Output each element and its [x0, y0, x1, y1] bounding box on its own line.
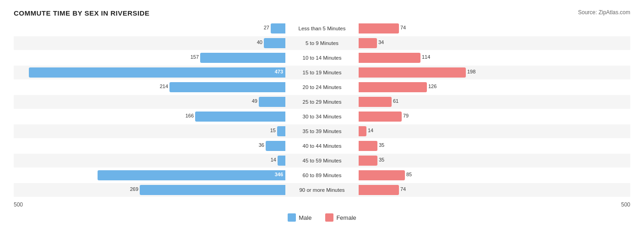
table-row: 15 to 19 Minutes473198: [14, 66, 630, 79]
male-value: 27: [264, 25, 269, 30]
male-value: 214: [160, 84, 168, 89]
female-value: 74: [400, 25, 406, 30]
row-label: 20 to 24 Minutes: [285, 84, 359, 90]
legend-female: Female: [325, 213, 356, 222]
male-bar: [266, 141, 285, 151]
rows-container: Less than 5 Minutes27745 to 9 Minutes403…: [14, 22, 630, 198]
female-bar: [359, 67, 466, 78]
male-value: 36: [259, 142, 264, 148]
female-value: 34: [378, 39, 384, 45]
chart-wrapper: Less than 5 Minutes27745 to 9 Minutes403…: [14, 22, 630, 222]
row-label: 40 to 44 Minutes: [285, 143, 359, 149]
row-label: 10 to 14 Minutes: [285, 55, 359, 61]
table-row: 20 to 24 Minutes214126: [14, 80, 630, 94]
male-value: 49: [252, 98, 257, 104]
table-row: 60 to 89 Minutes34685: [14, 168, 630, 182]
male-value: 269: [130, 186, 138, 192]
axis-left: 500: [14, 201, 23, 208]
female-bar: [359, 156, 377, 166]
axis-right: 500: [621, 201, 630, 208]
table-row: Less than 5 Minutes2774: [14, 22, 630, 35]
female-value: 61: [393, 98, 398, 104]
female-bar: [359, 141, 377, 151]
male-value: 157: [191, 54, 199, 60]
row-label: 35 to 39 Minutes: [285, 128, 359, 134]
female-value: 126: [428, 84, 437, 89]
female-value: 74: [400, 186, 406, 192]
female-bar: [359, 38, 377, 48]
table-row: 90 or more Minutes26974: [14, 183, 630, 197]
male-bar: [277, 126, 285, 136]
female-value: 35: [379, 157, 384, 162]
female-bar: [359, 185, 399, 195]
male-bar: [259, 97, 285, 107]
male-bar: [271, 23, 285, 33]
male-bar: [278, 156, 285, 166]
male-value: 15: [270, 128, 276, 133]
row-label: 45 to 59 Minutes: [285, 158, 359, 163]
row-label: 90 or more Minutes: [285, 187, 359, 193]
chart-title: COMMUTE TIME BY SEX IN RIVERSIDE: [14, 9, 150, 17]
table-row: 10 to 14 Minutes157114: [14, 51, 630, 65]
table-row: 30 to 34 Minutes16679: [14, 110, 630, 123]
row-label: 5 to 9 Minutes: [285, 40, 359, 46]
female-value: 198: [467, 69, 475, 74]
male-bar: [200, 53, 285, 63]
female-bar: [359, 53, 420, 63]
male-bar: [169, 82, 285, 92]
female-bar: [359, 112, 402, 122]
female-value: 14: [368, 128, 373, 133]
male-value: 473: [275, 69, 283, 74]
male-bar: [98, 170, 285, 180]
legend-male: Male: [288, 213, 311, 222]
table-row: 40 to 44 Minutes3635: [14, 139, 630, 153]
male-value: 14: [271, 157, 276, 162]
table-row: 25 to 29 Minutes4961: [14, 95, 630, 109]
male-bar: [195, 112, 285, 122]
table-row: 35 to 39 Minutes1514: [14, 124, 630, 138]
row-label: Less than 5 Minutes: [285, 26, 359, 31]
legend-male-box: [288, 213, 296, 222]
female-value: 35: [379, 142, 384, 148]
male-value: 40: [257, 39, 262, 45]
axis-row: 500 500: [14, 198, 630, 212]
female-bar: [359, 126, 366, 136]
row-label: 25 to 29 Minutes: [285, 99, 359, 105]
male-bar: [264, 38, 285, 48]
female-value: 85: [406, 172, 412, 177]
legend-female-box: [325, 213, 333, 222]
female-value: 79: [403, 113, 409, 118]
row-label: 30 to 34 Minutes: [285, 114, 359, 119]
male-value: 346: [275, 172, 283, 177]
male-bar: [140, 185, 285, 195]
female-value: 114: [422, 54, 430, 60]
table-row: 45 to 59 Minutes1435: [14, 154, 630, 167]
male-value: 166: [186, 113, 194, 118]
table-row: 5 to 9 Minutes4034: [14, 36, 630, 50]
female-bar: [359, 170, 405, 180]
legend-male-label: Male: [299, 214, 311, 221]
legend-female-label: Female: [336, 214, 356, 221]
header: COMMUTE TIME BY SEX IN RIVERSIDE Source:…: [14, 9, 630, 17]
source-text: Source: ZipAtlas.com: [578, 9, 630, 16]
female-bar: [359, 82, 427, 92]
row-label: 60 to 89 Minutes: [285, 173, 359, 178]
female-bar: [359, 97, 392, 107]
legend-row: Male Female: [14, 213, 630, 222]
female-bar: [359, 23, 399, 33]
row-label: 15 to 19 Minutes: [285, 70, 359, 75]
male-bar: [29, 67, 285, 78]
